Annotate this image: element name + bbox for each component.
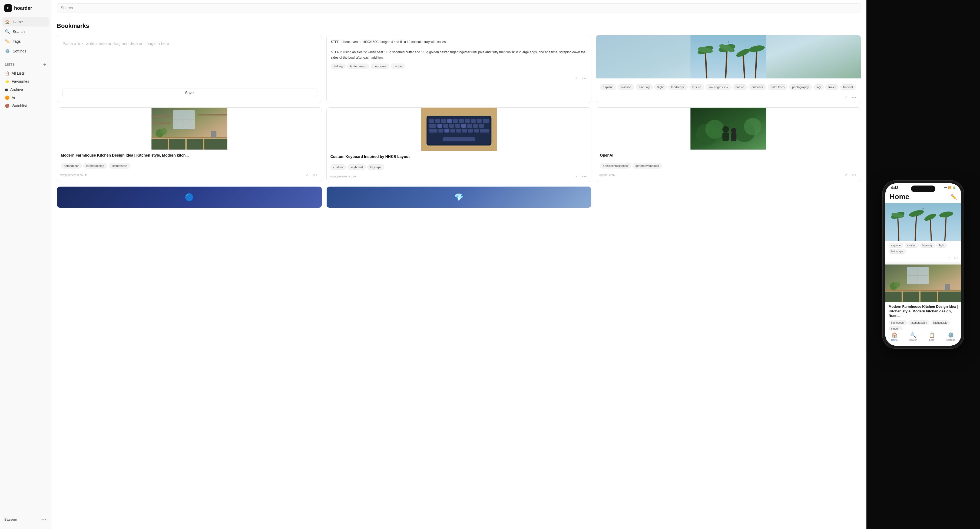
tag-nature[interactable]: nature: [733, 84, 747, 90]
tags-icon: 🏷️: [5, 39, 10, 44]
phone-star-button[interactable]: ☆: [948, 256, 951, 260]
svg-rect-23: [186, 139, 203, 150]
openai-expand-button[interactable]: ⤢: [843, 172, 848, 178]
user-menu-button[interactable]: •••: [41, 517, 47, 521]
phone-nav-home[interactable]: 🏠 Home: [891, 332, 898, 341]
phone-tag-interiordesign[interactable]: interiordesign: [908, 320, 929, 325]
phone-tag-landscape[interactable]: landscape: [889, 249, 906, 254]
tag-landscape[interactable]: landscape: [668, 84, 688, 90]
list-item-art[interactable]: 🟠 Art: [2, 94, 49, 102]
lists-header: Lists +: [2, 61, 49, 69]
tag-low-angle[interactable]: low angle view: [706, 84, 731, 90]
phone-bottom-nav: 🏠 Home 🔍 Search 📋 Lists ⚙️ Settings: [885, 330, 961, 346]
phone-tag-airplane[interactable]: airplane: [889, 243, 903, 248]
save-button[interactable]: Save: [62, 88, 317, 97]
sidebar-item-settings[interactable]: ⚙️ Settings: [2, 46, 49, 56]
tag-baking[interactable]: baking: [331, 64, 345, 69]
phone-statusbar: 4:43 ••• 📶 🔋: [885, 183, 961, 191]
tag-palm-trees[interactable]: palm trees: [768, 84, 788, 90]
recipe-tags: baking buttercream cupcakes recipe: [331, 64, 587, 69]
archive-icon: ◼: [5, 88, 8, 92]
palm-card-content: airplane aviation blue sky flight landsc…: [596, 78, 861, 92]
tag-sky[interactable]: sky: [813, 84, 824, 90]
sidebar-item-home[interactable]: 🏠 Home: [2, 17, 49, 27]
tag-cupcakes[interactable]: cupcakes: [371, 64, 389, 69]
keyboard-more-button[interactable]: •••: [581, 174, 588, 179]
phone-time: 4:43: [891, 185, 898, 190]
svg-rect-50: [479, 124, 484, 127]
kitchen-tags: homedecor interiordesign kitchenstyle: [57, 163, 322, 170]
kitchen-card-footer: www.pinterest.co.uk ⤢ •••: [57, 170, 322, 180]
sidebar-item-tags[interactable]: 🏷️ Tags: [2, 37, 49, 46]
phone-tag-modern[interactable]: modern: [889, 327, 903, 330]
list-item-favourites[interactable]: ⭐ Favourites: [2, 77, 49, 86]
phone-content: ✈ airplane aviation blue sky flight: [885, 203, 961, 330]
tag-kitchenstyle[interactable]: kitchenstyle: [109, 163, 130, 169]
tag-keyboard[interactable]: keyboard: [347, 164, 366, 170]
keyboard-title: Custom Keyboard Inspired by HHKB Layout: [327, 151, 592, 161]
keyboard-card-footer: www.pinterest.co.uk ⤢ •••: [327, 172, 592, 182]
phone-palm-tags: airplane aviation blue sky flight landsc…: [885, 241, 961, 255]
tag-photography[interactable]: photography: [789, 84, 811, 90]
phone-kitchen-card: Modern Farmhouse Kitchen Design Idea | K…: [885, 264, 961, 330]
phone-tag-aviation[interactable]: aviation: [905, 243, 919, 248]
phone-palm-card: ✈ airplane aviation blue sky flight: [885, 203, 961, 262]
tag-aviation[interactable]: aviation: [618, 84, 634, 90]
tag-travel[interactable]: travel: [825, 84, 838, 90]
phone-tag-flight[interactable]: flight: [936, 243, 947, 248]
app-logo[interactable]: H hoarder: [0, 4, 51, 17]
phone-tag-homedecor[interactable]: homedecor: [889, 320, 907, 325]
tag-airplane[interactable]: airplane: [600, 84, 616, 90]
keyboard-expand-button[interactable]: ⤢: [574, 174, 579, 179]
openai-card: OpenAI artificialintelligence generative…: [596, 107, 861, 182]
phone-tag-blue-sky[interactable]: blue sky: [920, 243, 935, 248]
kitchen-expand-button[interactable]: ⤢: [304, 172, 309, 178]
tag-recipe[interactable]: recipe: [391, 64, 405, 69]
palm-card-actions: ⤢ •••: [596, 92, 861, 103]
expand-button[interactable]: ⤢: [574, 76, 579, 81]
phone-tag-kitchenstyle[interactable]: kitchenstyle: [931, 320, 950, 325]
svg-rect-42: [429, 124, 436, 127]
list-item-archive[interactable]: ◼ Archive: [2, 86, 49, 94]
more-options-button[interactable]: •••: [581, 75, 588, 81]
svg-rect-60: [443, 137, 475, 141]
phone-nav-lists[interactable]: 📋 Lists: [929, 332, 935, 341]
tag-outdoors[interactable]: outdoors: [749, 84, 766, 90]
tag-keycaps[interactable]: keycaps: [367, 164, 384, 170]
kitchen-card: Modern Farmhouse Kitchen Design Idea | K…: [57, 107, 322, 182]
tag-ai[interactable]: artificialintelligence: [600, 163, 631, 169]
kitchen-more-button[interactable]: •••: [312, 172, 318, 178]
list-item-watchlist[interactable]: 🟤 Watchlist: [2, 102, 49, 110]
phone-edit-icon[interactable]: ✏️: [951, 194, 957, 200]
svg-rect-38: [465, 119, 470, 123]
palm-expand-button[interactable]: ⤢: [843, 95, 848, 100]
add-list-button[interactable]: +: [43, 62, 46, 67]
tag-homedecor[interactable]: homedecor: [61, 163, 82, 169]
add-bookmark-card[interactable]: Paste a link, write a note or drag and d…: [57, 35, 322, 103]
tag-blue-sky[interactable]: blue sky: [636, 84, 652, 90]
tag-custom[interactable]: custom: [331, 164, 346, 170]
svg-rect-54: [450, 129, 455, 132]
tag-flight[interactable]: flight: [654, 84, 667, 90]
sidebar-item-tags-label: Tags: [13, 39, 21, 43]
svg-rect-86: [885, 290, 961, 291]
phone-nav-home-label: Home: [891, 339, 898, 341]
svg-rect-32: [429, 119, 434, 123]
tag-buttercream[interactable]: buttercream: [347, 64, 369, 69]
tag-tropical[interactable]: tropical: [840, 84, 856, 90]
svg-point-63: [706, 120, 724, 139]
openai-more-button[interactable]: •••: [851, 172, 858, 178]
tag-generative[interactable]: generativemodels: [633, 163, 662, 169]
tag-interiordesign[interactable]: interiordesign: [83, 163, 107, 169]
sidebar-item-search[interactable]: 🔍 Search: [2, 27, 49, 36]
openai-tags: artificialintelligence generativemodels: [596, 163, 861, 170]
palm-more-options-button[interactable]: •••: [851, 95, 858, 100]
tag-leisure[interactable]: leisure: [689, 84, 704, 90]
search-input[interactable]: [57, 3, 861, 13]
phone-more-button[interactable]: •••: [954, 256, 958, 260]
svg-point-26: [161, 128, 167, 135]
phone-nav-settings[interactable]: ⚙️ Settings: [947, 332, 955, 341]
phone-nav-search[interactable]: 🔍 Search: [909, 332, 917, 341]
svg-rect-47: [461, 124, 466, 127]
list-item-all[interactable]: 📋 All Lists: [2, 69, 49, 77]
